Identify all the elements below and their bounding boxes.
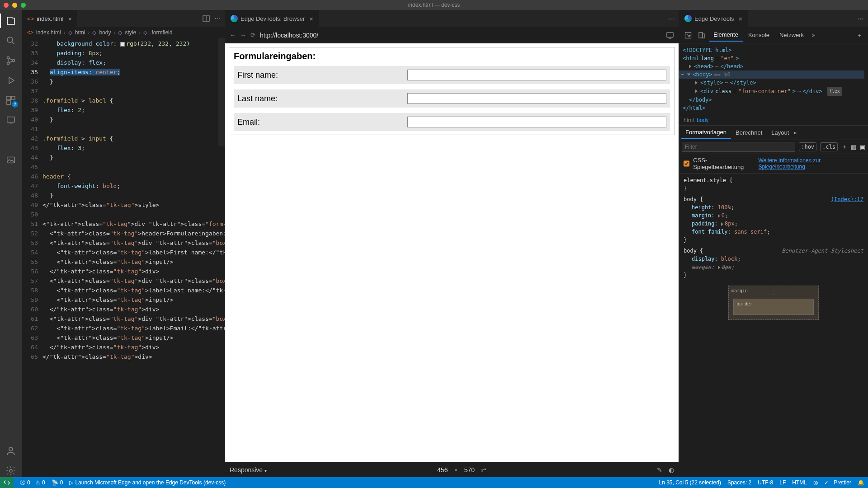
collapse-icon[interactable]: ▣ <box>860 144 865 150</box>
status-radio[interactable]: 📡0 <box>52 479 63 486</box>
photos-icon[interactable] <box>5 154 17 166</box>
more-icon[interactable]: ⋯ <box>858 15 863 22</box>
status-errors[interactable]: ⓧ0 ⚠0 <box>20 479 45 487</box>
styles-list[interactable]: element.style { } (Index):17body { heigh… <box>679 174 868 477</box>
zoom-window[interactable] <box>21 3 26 8</box>
html-file-icon: <> <box>27 29 33 36</box>
remote-indicator[interactable] <box>0 477 14 488</box>
dimension-sep: × <box>454 466 458 474</box>
rotate-icon[interactable]: ⇄ <box>481 466 486 474</box>
tab-edge-devtools[interactable]: Edge DevTools × <box>679 10 748 27</box>
minimize-window[interactable] <box>12 3 17 8</box>
styles-filter-row: :hov .cls ＋ ▥ ▣ <box>679 140 868 154</box>
last-name-input[interactable] <box>407 93 666 104</box>
url-field[interactable]: http://localhost:3000/ <box>260 32 318 39</box>
responsive-mode[interactable]: Responsive ▾ <box>230 466 267 474</box>
vision-icon[interactable]: ◐ <box>669 466 674 474</box>
edge-logo-icon <box>231 15 238 22</box>
extensions-icon[interactable]: 2 <box>5 94 17 107</box>
split-editor-icon[interactable] <box>203 15 210 22</box>
page-preview[interactable]: Formulareingaben: First name: Last name:… <box>225 43 679 462</box>
more-icon[interactable]: ⋯ <box>668 15 674 22</box>
tab-label: index.html <box>37 15 63 22</box>
close-icon[interactable]: × <box>68 15 72 23</box>
edge-icon[interactable] <box>5 134 17 146</box>
mirror-checkbox[interactable] <box>684 160 689 167</box>
close-icon[interactable]: × <box>309 15 313 23</box>
screencast-icon[interactable] <box>666 31 674 39</box>
account-icon[interactable] <box>5 445 17 457</box>
tab-console[interactable]: Konsole <box>744 29 774 41</box>
add-rule-icon[interactable]: ＋ <box>841 143 847 151</box>
device-icon[interactable] <box>695 32 708 39</box>
reload-icon[interactable]: ⟳ <box>250 32 255 38</box>
html-file-icon: <> <box>27 15 34 22</box>
more-tabs-icon[interactable]: » <box>809 32 818 38</box>
more-icon[interactable]: ⋯ <box>214 15 220 22</box>
gear-icon[interactable] <box>5 465 17 477</box>
status-cursor[interactable]: Ln 35, Col 5 (22 selected) <box>659 479 721 486</box>
code-editor[interactable]: 3233343536373839404142434445464748495051… <box>22 38 225 477</box>
remote-icon[interactable] <box>5 114 17 127</box>
status-encoding[interactable]: UTF-8 <box>758 479 773 486</box>
svg-rect-6 <box>7 101 10 104</box>
cls-toggle[interactable]: .cls <box>820 142 838 151</box>
breadcrumb[interactable]: <> index.html› ◇html› ◇body› ◇style› ◇.f… <box>22 27 225 38</box>
svg-rect-7 <box>7 117 15 122</box>
mirror-link[interactable]: Weitere Informationen zur Spiegelbearbei… <box>758 157 863 170</box>
flexpanel-icon[interactable]: ▥ <box>851 144 856 150</box>
svg-rect-12 <box>667 32 673 37</box>
add-tab-icon[interactable]: ＋ <box>854 31 865 39</box>
window-controls[interactable] <box>4 3 26 8</box>
status-eol[interactable]: LF <box>779 479 786 486</box>
svg-point-3 <box>13 60 15 62</box>
subtab-computed[interactable]: Berechnet <box>731 127 767 139</box>
activity-bar: 2 <box>0 10 22 477</box>
explorer-icon[interactable] <box>5 14 17 27</box>
svg-rect-5 <box>11 96 15 100</box>
search-icon[interactable] <box>5 34 17 47</box>
status-lang[interactable]: HTML <box>792 479 807 486</box>
dom-tree[interactable]: <!DOCTYPE html> <html lang="en"> <head> … <box>679 43 868 115</box>
subtab-styles[interactable]: Formatvorlagen <box>681 126 731 139</box>
browser-tabs: Edge DevTools: Browser × ⋯ <box>225 10 679 27</box>
status-spaces[interactable]: Spaces: 2 <box>727 479 751 486</box>
svg-rect-8 <box>7 157 15 163</box>
viewport-height[interactable]: 570 <box>464 466 475 474</box>
tab-network[interactable]: Netzwerk <box>775 29 808 41</box>
status-hints[interactable]: ◎ <box>813 479 818 486</box>
tab-index-html[interactable]: <> index.html × <box>22 10 78 27</box>
first-name-input[interactable] <box>407 70 666 80</box>
viewport-width[interactable]: 456 <box>437 466 448 474</box>
hov-toggle[interactable]: :hov <box>799 142 816 151</box>
mirror-label: CSS-Spiegelbearbeitung <box>693 157 755 170</box>
status-prettier[interactable]: ✓ Prettier <box>824 479 851 486</box>
inspect-icon[interactable] <box>682 32 694 39</box>
forward-icon[interactable]: → <box>240 32 246 38</box>
status-bell-icon[interactable]: 🔔 <box>858 479 864 486</box>
label: Email: <box>237 117 407 127</box>
tab-elements[interactable]: Elemente <box>709 28 743 42</box>
styles-subtabs: Formatvorlagen Berechnet Layout » <box>679 126 868 140</box>
form-title: Formulareingaben: <box>234 51 670 61</box>
debug-icon[interactable] <box>5 74 17 87</box>
tab-label: Edge DevTools <box>694 15 734 22</box>
eyedropper-icon[interactable]: ✎ <box>657 466 662 474</box>
line-gutter: 3233343536373839404142434445464748495051… <box>22 38 42 477</box>
status-launch[interactable]: ▷Launch Microsoft Edge and open the Edge… <box>69 479 226 486</box>
scm-icon[interactable] <box>5 54 17 67</box>
status-bar: ⓧ0 ⚠0 📡0 ▷Launch Microsoft Edge and open… <box>0 477 868 488</box>
subtab-layout[interactable]: Layout <box>767 127 793 139</box>
svg-rect-4 <box>7 96 10 100</box>
source-link[interactable]: (Index):17 <box>831 195 863 203</box>
dom-breadcrumb[interactable]: html body <box>679 115 868 126</box>
email-input[interactable] <box>407 117 666 127</box>
more-subtabs-icon[interactable]: » <box>793 129 797 136</box>
back-icon[interactable]: ← <box>230 32 236 38</box>
minimap[interactable] <box>218 38 225 146</box>
tab-edge-browser[interactable]: Edge DevTools: Browser × <box>225 10 319 27</box>
styles-filter-input[interactable] <box>682 142 795 152</box>
svg-point-2 <box>7 62 9 65</box>
close-icon[interactable]: × <box>738 15 742 23</box>
close-window[interactable] <box>4 3 9 8</box>
